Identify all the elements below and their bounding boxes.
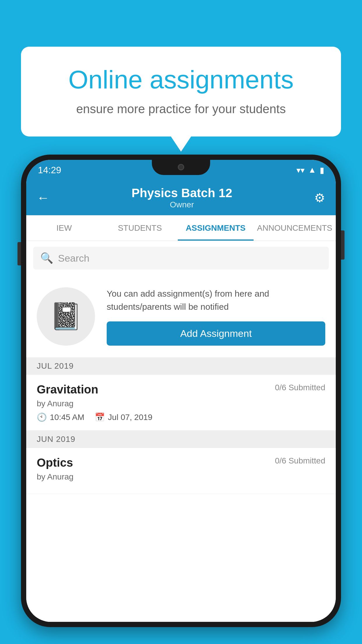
assignment-name: Gravitation bbox=[37, 383, 98, 396]
phone-outer: 14:29 ▾▾ ▲ ▮ ← Physics Batch 12 Owner ⚙ bbox=[21, 155, 341, 627]
assignment-name-optics: Optics bbox=[37, 456, 73, 469]
assignment-by-optics: by Anurag bbox=[37, 472, 325, 482]
assignment-submitted: 0/6 Submitted bbox=[275, 383, 325, 392]
assignment-time: 10:45 AM bbox=[50, 413, 84, 422]
phone-notch bbox=[152, 160, 210, 175]
assignment-item-gravitation[interactable]: Gravitation 0/6 Submitted by Anurag 🕙 10… bbox=[26, 375, 336, 430]
search-icon: 🔍 bbox=[40, 252, 53, 264]
section-label-jun: JUN 2019 bbox=[37, 435, 75, 444]
section-header-jul: JUL 2019 bbox=[26, 357, 336, 375]
search-placeholder: Search bbox=[58, 253, 89, 264]
add-assignment-button[interactable]: Add Assignment bbox=[107, 321, 325, 346]
header-center: Physics Batch 12 Owner bbox=[50, 186, 314, 209]
front-camera bbox=[178, 164, 184, 170]
tab-students[interactable]: STUDENTS bbox=[102, 215, 178, 241]
phone-screen: 14:29 ▾▾ ▲ ▮ ← Physics Batch 12 Owner ⚙ bbox=[26, 160, 336, 622]
promo-text: You can add assignment(s) from here and … bbox=[107, 287, 325, 313]
assignment-by: by Anurag bbox=[37, 399, 325, 408]
signal-icon: ▲ bbox=[308, 165, 316, 175]
phone-container: 14:29 ▾▾ ▲ ▮ ← Physics Batch 12 Owner ⚙ bbox=[21, 155, 341, 627]
calendar-icon: 📅 bbox=[95, 412, 105, 422]
search-bar[interactable]: 🔍 Search bbox=[33, 247, 329, 270]
battery-icon: ▮ bbox=[320, 165, 324, 175]
bubble-subtitle: ensure more practice for your students bbox=[44, 102, 318, 116]
notebook-icon: 📓 bbox=[50, 301, 82, 332]
promo-section: 📓 You can add assignment(s) from here an… bbox=[26, 275, 336, 357]
header-title: Physics Batch 12 bbox=[50, 186, 314, 200]
search-container: 🔍 Search bbox=[26, 241, 336, 275]
clock-icon: 🕙 bbox=[37, 412, 47, 422]
meta-time: 🕙 10:45 AM bbox=[37, 412, 84, 422]
screen-content: 🔍 Search 📓 You can add assignment(s) fro… bbox=[26, 241, 336, 622]
tab-announcements[interactable]: ANNOUNCEMENTS bbox=[254, 215, 336, 241]
wifi-icon: ▾▾ bbox=[296, 165, 305, 175]
bubble-title: Online assignments bbox=[44, 64, 318, 95]
settings-icon[interactable]: ⚙ bbox=[314, 191, 325, 205]
status-icons: ▾▾ ▲ ▮ bbox=[296, 165, 324, 175]
tabs-container: IEW STUDENTS ASSIGNMENTS ANNOUNCEMENTS bbox=[26, 215, 336, 241]
tab-overview[interactable]: IEW bbox=[26, 215, 102, 241]
assignment-submitted-optics: 0/6 Submitted bbox=[275, 456, 325, 466]
app-header: ← Physics Batch 12 Owner ⚙ bbox=[26, 180, 336, 215]
promo-right: You can add assignment(s) from here and … bbox=[107, 287, 325, 346]
status-time: 14:29 bbox=[38, 165, 61, 176]
tab-assignments[interactable]: ASSIGNMENTS bbox=[178, 215, 254, 241]
speech-bubble: Online assignments ensure more practice … bbox=[21, 47, 341, 136]
power-button bbox=[341, 230, 345, 260]
volume-button bbox=[17, 242, 21, 265]
assignment-item-header-optics: Optics 0/6 Submitted bbox=[37, 456, 325, 469]
speech-bubble-container: Online assignments ensure more practice … bbox=[21, 47, 341, 136]
promo-icon-circle: 📓 bbox=[37, 287, 95, 346]
header-subtitle: Owner bbox=[50, 200, 314, 209]
meta-date: 📅 Jul 07, 2019 bbox=[95, 412, 152, 422]
assignment-item-header: Gravitation 0/6 Submitted bbox=[37, 383, 325, 396]
assignment-meta: 🕙 10:45 AM 📅 Jul 07, 2019 bbox=[37, 412, 325, 422]
section-label-jul: JUL 2019 bbox=[37, 361, 74, 370]
assignment-item-optics[interactable]: Optics 0/6 Submitted by Anurag bbox=[26, 448, 336, 494]
section-header-jun: JUN 2019 bbox=[26, 430, 336, 448]
assignment-date: Jul 07, 2019 bbox=[108, 413, 152, 422]
back-button[interactable]: ← bbox=[37, 190, 50, 205]
